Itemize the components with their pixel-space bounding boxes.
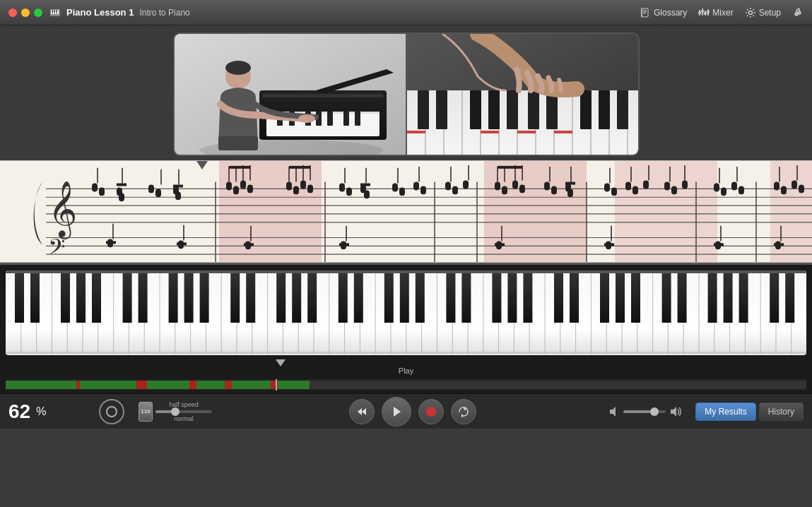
- record-button[interactable]: [418, 399, 444, 424]
- svg-rect-297: [785, 270, 794, 323]
- svg-rect-294: [724, 270, 733, 323]
- svg-point-14: [704, 12, 707, 15]
- svg-rect-196: [781, 186, 787, 195]
- music-button[interactable]: [792, 7, 804, 18]
- svg-rect-153: [512, 181, 518, 189]
- svg-rect-275: [307, 270, 317, 323]
- svg-rect-100: [155, 189, 161, 197]
- svg-rect-137: [364, 190, 370, 198]
- keyboard: /* Keys are drawn in SVG below */: [6, 270, 806, 355]
- svg-rect-301: [80, 381, 136, 389]
- history-button[interactable]: History: [759, 402, 804, 421]
- maximize-btn[interactable]: [34, 8, 42, 17]
- gear-icon: [745, 7, 756, 18]
- playhead-indicator: [196, 161, 208, 169]
- svg-rect-182: [671, 186, 677, 195]
- score-circle[interactable]: [99, 399, 124, 424]
- playhead-marker: [276, 359, 286, 366]
- svg-rect-6: [54, 10, 56, 13]
- svg-rect-189: [714, 184, 719, 192]
- svg-rect-164: [567, 189, 573, 197]
- svg-rect-306: [76, 381, 80, 389]
- svg-rect-59: [481, 131, 499, 133]
- title-bar: Piano Lesson 1 Intro to Piano Glossary M…: [0, 0, 812, 25]
- volume-high-icon: [669, 405, 681, 418]
- score-percent: %: [36, 405, 46, 418]
- music-icon: [792, 7, 804, 18]
- volume-low-icon: [608, 405, 620, 418]
- svg-rect-116: [293, 186, 299, 195]
- my-results-button[interactable]: My Results: [695, 402, 755, 421]
- pianist-video: [175, 34, 407, 155]
- svg-rect-159: [498, 166, 522, 169]
- svg-rect-181: [664, 182, 670, 191]
- svg-rect-266: [123, 270, 132, 323]
- loop-icon: [458, 406, 469, 417]
- speed-slider-thumb[interactable]: [171, 407, 180, 416]
- svg-point-16: [748, 11, 752, 14]
- svg-rect-131: [245, 241, 251, 249]
- svg-rect-295: [739, 270, 748, 323]
- svg-point-15: [707, 11, 710, 13]
- video-container: [173, 32, 640, 156]
- svg-rect-154: [519, 185, 525, 193]
- svg-rect-264: [76, 270, 86, 323]
- svg-rect-107: [233, 186, 239, 195]
- svg-rect-27: [327, 112, 333, 126]
- half-speed-label: half speed: [169, 401, 199, 408]
- video-panel-hands[interactable]: [407, 34, 638, 155]
- timeline-track[interactable]: [6, 379, 806, 390]
- svg-rect-272: [246, 270, 255, 323]
- svg-rect-304: [232, 381, 271, 389]
- svg-rect-128: [178, 240, 184, 249]
- svg-rect-288: [600, 270, 609, 323]
- svg-rect-55: [580, 90, 592, 129]
- svg-rect-287: [570, 270, 579, 323]
- record-dot: [426, 407, 436, 417]
- toolbar-right: Glossary Mixer Setup: [640, 7, 804, 18]
- rewind-button[interactable]: [349, 399, 375, 424]
- play-button[interactable]: [382, 397, 411, 427]
- svg-rect-63: [219, 161, 322, 262]
- loop-button[interactable]: [451, 399, 476, 424]
- svg-rect-93: [99, 187, 105, 196]
- svg-rect-5: [52, 10, 54, 13]
- speed-knob[interactable]: 110: [139, 402, 153, 422]
- svg-rect-171: [496, 241, 502, 249]
- rewind-icon: [356, 406, 367, 417]
- mixer-button[interactable]: Mixer: [698, 7, 733, 18]
- svg-rect-307: [136, 381, 147, 389]
- svg-rect-283: [492, 270, 501, 323]
- svg-rect-140: [392, 184, 398, 192]
- svg-rect-267: [139, 270, 148, 323]
- normal-speed-label: normal: [174, 415, 194, 422]
- close-btn[interactable]: [8, 8, 17, 17]
- speed-knob-value: 110: [141, 408, 150, 414]
- svg-rect-96: [119, 193, 124, 201]
- svg-rect-141: [399, 187, 405, 196]
- video-panel-pianist[interactable]: [175, 34, 407, 155]
- setup-button[interactable]: Setup: [745, 7, 781, 18]
- svg-rect-190: [721, 187, 726, 196]
- svg-rect-134: [346, 187, 352, 196]
- svg-rect-191: [731, 182, 737, 191]
- keyboard-svg[interactable]: /* Keys are drawn in SVG below */: [6, 270, 806, 355]
- svg-rect-271: [230, 270, 240, 323]
- piano-app-icon: [49, 7, 61, 18]
- svg-rect-192: [739, 186, 744, 195]
- minimize-btn[interactable]: [21, 8, 30, 17]
- svg-rect-65: [615, 161, 717, 262]
- svg-rect-274: [292, 270, 301, 323]
- svg-rect-151: [495, 182, 500, 191]
- video-area: [0, 25, 812, 160]
- svg-rect-114: [229, 166, 250, 169]
- svg-rect-270: [200, 270, 209, 323]
- svg-rect-281: [446, 270, 455, 323]
- volume-slider-thumb[interactable]: [650, 407, 659, 416]
- svg-rect-161: [551, 186, 557, 195]
- svg-rect-175: [625, 182, 631, 191]
- svg-rect-58: [407, 131, 425, 133]
- glossary-button[interactable]: Glossary: [640, 7, 687, 18]
- svg-rect-53: [528, 90, 539, 129]
- svg-rect-143: [420, 186, 426, 195]
